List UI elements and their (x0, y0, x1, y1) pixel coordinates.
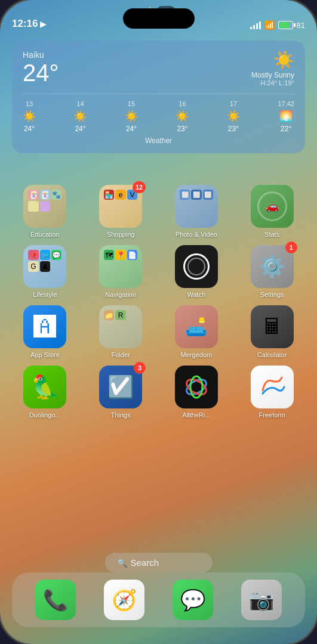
app-item-freeform[interactable]: Freeform (236, 366, 307, 419)
freeform-icon (251, 366, 294, 408)
shopping-icon: 12 🏪 e V (99, 185, 142, 228)
stats-label: Stats (264, 231, 279, 238)
dock-camera[interactable]: 📷 (241, 580, 282, 620)
app-item-education[interactable]: 🃏 🃏 🐾 Education (10, 185, 81, 238)
clock: 12:16 (12, 18, 38, 30)
status-time: 12:16 ▶ (12, 18, 46, 30)
app-item-things[interactable]: 3 ☑️ Things (85, 366, 156, 419)
location-icon: ▶ (40, 20, 46, 29)
weather-sun-icon: ☀️ (251, 50, 294, 70)
safari-icon: 🧭 (104, 580, 144, 620)
alltherings-icon (175, 366, 218, 408)
status-right: 📶 81 (250, 20, 305, 30)
search-label: Search (131, 558, 159, 568)
alltherings-label: AlltheRi... (182, 411, 210, 419)
signal-bars (250, 21, 261, 29)
app-grid: 🃏 🃏 🐾 Education 12 🏪 e V Sh (10, 185, 307, 419)
app-item-mergedom[interactable]: 🛋️ Mergedom (161, 305, 232, 358)
education-icon: 🃏 🃏 🐾 (23, 185, 66, 228)
folder-icon: 📁 R (99, 305, 142, 348)
forecast-day: 13 ☀️ 24° (23, 100, 36, 133)
freeform-label: Freeform (258, 411, 285, 419)
appstore-icon: 🅰 (23, 305, 66, 348)
photo-video-icon: ⬜ ⬜ ⬜ (175, 185, 218, 228)
app-item-navigation[interactable]: 🗺 📍 📄 Navigation (85, 245, 156, 298)
watch-label: Watch (187, 291, 205, 298)
forecast-day: 16 ☀️ 23° (176, 100, 189, 133)
app-item-shopping[interactable]: 12 🏪 e V Shopping (85, 185, 156, 238)
lifestyle-label: Lifestyle (33, 291, 57, 298)
app-item-watch[interactable]: Watch (161, 245, 232, 298)
forecast-day: 17:42 🌅 22° (278, 100, 294, 133)
app-item-lifestyle[interactable]: 📌 🐦 💬 G ♟ Lifestyle (10, 245, 81, 298)
weather-forecast: 13 ☀️ 24° 14 ☀️ 24° 15 ☀️ 24° 16 ☀️ 23° … (23, 94, 294, 133)
phone-icon: 📞 (35, 580, 76, 620)
duolingo-icon: 🦜 (23, 366, 66, 408)
mergedom-icon: 🛋️ (175, 305, 218, 348)
calculator-icon: 🖩 (251, 305, 294, 348)
folder-label: Folder (112, 351, 130, 358)
weather-condition: Mostly Sunny (251, 71, 294, 79)
navigation-icon: 🗺 📍 📄 (99, 245, 142, 288)
search-icon: 🔍 (117, 558, 127, 568)
dock-safari[interactable]: 🧭 (104, 580, 144, 620)
camera-icon: 📷 (241, 580, 282, 620)
battery-icon (278, 21, 293, 29)
education-label: Education (30, 231, 60, 238)
appstore-label: App Store (30, 351, 60, 358)
phone-frame: 12:16 ▶ 🌙 On 📶 81 (0, 0, 317, 644)
settings-badge: 1 (285, 242, 297, 253)
weather-temp: 24° (23, 60, 59, 86)
things-icon: 3 ☑️ (99, 366, 142, 408)
dock-phone[interactable]: 📞 (35, 580, 76, 620)
settings-icon: 1 ⚙️ (251, 245, 294, 288)
forecast-day: 17 ☀️ 23° (227, 100, 240, 133)
app-item-stats[interactable]: 🚗 Stats (236, 185, 307, 238)
photo-video-label: Photo & Video (176, 231, 217, 238)
app-item-photo-video[interactable]: ⬜ ⬜ ⬜ Photo & Video (161, 185, 232, 238)
shopping-label: Shopping (107, 231, 135, 238)
app-item-settings[interactable]: 1 ⚙️ Settings (236, 245, 307, 298)
app-item-calculator[interactable]: 🖩 Calculator (236, 305, 307, 358)
mergedom-label: Mergedom (181, 351, 213, 358)
messages-icon: 💬 (173, 580, 213, 620)
settings-label: Settings (260, 291, 284, 298)
forecast-day: 14 ☀️ 24° (73, 100, 87, 133)
search-bar[interactable]: 🔍 Search (105, 553, 213, 572)
app-item-folder[interactable]: 📁 R Folder (85, 305, 156, 358)
app-item-duolingo[interactable]: 🦜 Duolingo... (10, 366, 81, 419)
duolingo-label: Duolingo... (29, 411, 61, 419)
navigation-label: Navigation (105, 291, 136, 298)
things-badge: 3 (134, 362, 146, 374)
app-item-appstore[interactable]: 🅰 App Store (10, 305, 81, 358)
lifestyle-icon: 📌 🐦 💬 G ♟ (23, 245, 66, 288)
things-label: Things (111, 411, 131, 419)
dock: 📞 🧭 💬 📷 (12, 572, 305, 627)
dynamic-island (123, 8, 195, 29)
battery-fill (279, 22, 290, 28)
shopping-badge: 12 (133, 181, 146, 193)
calculator-label: Calculator (257, 351, 287, 358)
wifi-icon: 📶 (264, 20, 275, 30)
battery-percent: 81 (297, 21, 305, 30)
forecast-day: 15 ☀️ 24° (125, 100, 138, 133)
phone-screen: 12:16 ▶ 🌙 On 📶 81 (0, 0, 317, 644)
dock-messages[interactable]: 💬 (173, 580, 213, 620)
weather-label: Weather (23, 137, 294, 145)
weather-city: Haiku (23, 50, 59, 60)
weather-widget[interactable]: Haiku 24° ☀️ Mostly Sunny H:24° L:19° 13… (12, 41, 305, 153)
stats-icon: 🚗 (251, 185, 294, 228)
watch-icon (175, 245, 218, 288)
weather-high: H:24° L:19° (251, 79, 294, 86)
app-item-alltherings[interactable]: AlltheRi... (161, 366, 232, 419)
